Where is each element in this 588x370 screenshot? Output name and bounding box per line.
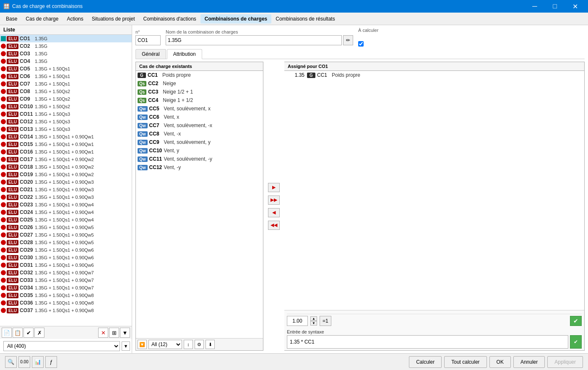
tab-general[interactable]: Général xyxy=(135,49,166,59)
list-item[interactable]: ELUCO141.35G + 1.50Qs1 + 0.90Qw1 xyxy=(0,133,132,141)
cas-sort-button[interactable]: ↕ xyxy=(184,340,193,349)
list-item[interactable]: ELUCO261.35G + 1.50Qs1 + 0.90Qw5 xyxy=(0,224,132,231)
cas-item[interactable]: QwCC11Vent, soulèvement, -y xyxy=(136,155,263,163)
list-item[interactable]: ELUCO11.35G xyxy=(0,35,132,42)
list-dropdown-button[interactable]: ▼ xyxy=(120,328,130,338)
coeff-up[interactable]: ▲ xyxy=(310,316,317,321)
list-filter-dropdown[interactable]: ▼ xyxy=(122,341,130,351)
list-item[interactable]: ELUCO131.35G + 1.50Qs3 xyxy=(0,125,132,133)
minimize-button[interactable]: ─ xyxy=(525,0,544,13)
list-item[interactable]: ELUCO341.35G + 1.50Qs1 + 0.90Qw7 xyxy=(0,284,132,292)
list-item[interactable]: ELUCO151.35G + 1.50Qs1 + 0.90Qw1 xyxy=(0,141,132,148)
status-table-button[interactable]: 📊 xyxy=(32,356,44,368)
list-item[interactable]: ELUCO51.35G + 1.50Qs1 xyxy=(0,65,132,73)
syntax-input[interactable] xyxy=(287,335,568,349)
cas-down-button[interactable]: ⬇ xyxy=(206,340,215,349)
cas-item[interactable]: QsCC3Neige 1/2 + 1 xyxy=(136,88,263,96)
tout-calculer-button[interactable]: Tout calculer xyxy=(444,356,487,368)
list-item[interactable]: ELUCO291.35G + 1.50Qs1 + 0.90Qw6 xyxy=(0,246,132,254)
list-item[interactable]: ELUCO111.35G + 1.50Qs3 xyxy=(0,110,132,118)
list-item[interactable]: ELUCO231.35G + 1.50Qs1 + 0.90Qw4 xyxy=(0,201,132,208)
list-item[interactable]: ELUCO251.35G + 1.50Qs1 + 0.90Qw4 xyxy=(0,216,132,224)
list-item[interactable]: ELUCO221.35G + 1.50Qs1 + 0.90Qw3 xyxy=(0,193,132,201)
cas-item[interactable]: QsCC2Neige xyxy=(136,79,263,88)
list-view-button[interactable]: ⊞ xyxy=(109,328,119,338)
name-edit-button[interactable]: ✏ xyxy=(343,35,353,45)
list-item[interactable]: ELUCO91.35G + 1.50Qs2 xyxy=(0,95,132,103)
list-item[interactable]: ELUCO301.35G + 1.50Qs1 + 0.90Qw6 xyxy=(0,254,132,261)
status-value-button[interactable]: 0.00 xyxy=(18,356,30,368)
add-one-button[interactable]: ▶ xyxy=(268,183,280,192)
calculer-button[interactable]: Calculer xyxy=(409,356,442,368)
name-input[interactable] xyxy=(166,35,342,45)
list-item[interactable]: ELUCO331.35G + 1.50Qs1 + 0.90Qw7 xyxy=(0,276,132,284)
list-item[interactable]: ELUCO361.35G + 1.50Qs1 + 0.90Qw8 xyxy=(0,299,132,307)
add-all-button[interactable]: ▶▶ xyxy=(268,195,280,205)
list-item[interactable]: ELUCO211.35G + 1.50Qs1 + 0.90Qw3 xyxy=(0,186,132,193)
list-item[interactable]: ELUCO121.35G + 1.50Qs3 xyxy=(0,118,132,125)
list-check-button[interactable]: ✔ xyxy=(23,328,34,338)
remove-all-button[interactable]: ◀◀ xyxy=(268,221,280,230)
cas-item[interactable]: QwCC8Vent, -x xyxy=(136,130,263,138)
list-item[interactable]: ELUCO41.35G xyxy=(0,57,132,65)
list-item[interactable]: ELUCO281.35G + 1.50Qs1 + 0.90Qw5 xyxy=(0,239,132,246)
list-item[interactable]: ELUCO371.35G + 1.50Qs1 + 0.90Qw8 xyxy=(0,307,132,314)
ok-button[interactable]: OK xyxy=(489,356,511,368)
cas-filter-select[interactable]: All (12) xyxy=(148,340,182,349)
list-item[interactable]: ELUCO181.35G + 1.50Qs1 + 0.90Qw2 xyxy=(0,163,132,171)
menu-combinaisons-resultats[interactable]: Combinaisons de résultats xyxy=(271,14,339,23)
cas-item[interactable]: QwCC7Vent, soulèvement, -x xyxy=(136,121,263,130)
remove-one-button[interactable]: ◀ xyxy=(268,208,280,217)
equals-button[interactable]: =1 xyxy=(320,316,331,326)
list-item[interactable]: ELUCO351.35G + 1.50Qs1 + 0.90Qw8 xyxy=(0,292,132,299)
list-item[interactable]: ELUCO321.35G + 1.50Qs1 + 0.90Qw7 xyxy=(0,269,132,276)
cas-settings-button[interactable]: ⚙ xyxy=(195,340,204,349)
menu-base[interactable]: Base xyxy=(2,14,21,23)
status-function-button[interactable]: ƒ xyxy=(45,356,57,368)
maximize-button[interactable]: □ xyxy=(545,0,565,13)
list-item[interactable]: ELUCO241.35G + 1.50Qs1 + 0.90Qw4 xyxy=(0,208,132,216)
assign-confirm-button[interactable]: ✔ xyxy=(570,316,582,326)
menu-actions[interactable]: Actions xyxy=(62,14,87,23)
cas-item[interactable]: GCC1Poids propre xyxy=(136,71,263,79)
list-delete-button[interactable]: ✕ xyxy=(98,328,108,338)
annuler-button[interactable]: Annuler xyxy=(513,356,545,368)
list-item[interactable]: ELUCO71.35G + 1.50Qs1 xyxy=(0,80,132,88)
list-item[interactable]: ELUCO191.35G + 1.50Qs1 + 0.90Qw2 xyxy=(0,171,132,178)
cas-item[interactable]: QwCC6Vent, x xyxy=(136,113,263,121)
cas-item[interactable]: QwCC10Vent, y xyxy=(136,146,263,155)
coeff-down[interactable]: ▼ xyxy=(310,321,317,326)
list-item[interactable]: ELUCO201.35G + 1.50Qs1 + 0.90Qw3 xyxy=(0,178,132,186)
n-input[interactable] xyxy=(135,35,161,45)
menu-combinaisons-charges[interactable]: Combinaisons de charges xyxy=(200,14,271,23)
list-item[interactable]: ELUCO31.35G xyxy=(0,50,132,57)
list-item[interactable]: ELUCO271.35G + 1.50Qs1 + 0.90Qw5 xyxy=(0,231,132,239)
list-item[interactable]: ELUCO21.35G xyxy=(0,42,132,50)
list-item[interactable]: ELUCO311.35G + 1.50Qs1 + 0.90Qw6 xyxy=(0,261,132,269)
cas-item[interactable]: QwCC12Vent, -y xyxy=(136,163,263,172)
cas-filter-button[interactable]: 🔽 xyxy=(138,340,147,349)
cas-item[interactable]: QwCC9Vent, soulèvement, y xyxy=(136,138,263,146)
list-item[interactable]: ELUCO61.35G + 1.50Qs1 xyxy=(0,73,132,80)
tab-attribution[interactable]: Attribution xyxy=(167,49,202,59)
list-item[interactable]: ELUCO101.35G + 1.50Qs2 xyxy=(0,103,132,110)
cas-item[interactable]: QwCC5Vent, soulèvement, x xyxy=(136,104,263,113)
assigned-item[interactable]: 1.35GCC1Poids propre xyxy=(284,71,584,79)
status-search-button[interactable]: 🔍 xyxy=(5,356,17,368)
list-item[interactable]: ELUCO161.35G + 1.50Qs1 + 0.90Qw1 xyxy=(0,148,132,156)
menu-situations[interactable]: Situations de projet xyxy=(88,14,139,23)
close-button[interactable]: ✕ xyxy=(565,0,585,13)
assigned-list[interactable]: 1.35GCC1Poids propre xyxy=(284,71,584,310)
appliquer-button[interactable]: Appliquer xyxy=(547,356,583,368)
list-uncheck-button[interactable]: ✗ xyxy=(34,328,44,338)
list-item[interactable]: ELUCO81.35G + 1.50Qs2 xyxy=(0,88,132,95)
list-copy-button[interactable]: 📋 xyxy=(13,328,23,338)
list-add-button[interactable]: 📄 xyxy=(2,328,12,338)
menu-combinaisons-actions[interactable]: Combinaisons d'actions xyxy=(139,14,200,23)
list-filter-select[interactable]: All (400) xyxy=(3,341,120,351)
list-container[interactable]: ELUCO11.35GELUCO21.35GELUCO31.35GELUCO41… xyxy=(0,35,132,326)
cas-list[interactable]: GCC1Poids propreQsCC2NeigeQsCC3Neige 1/2… xyxy=(136,71,263,338)
list-item[interactable]: ELUCO171.35G + 1.50Qs1 + 0.90Qw2 xyxy=(0,156,132,163)
syntax-confirm-button[interactable]: ✔ xyxy=(570,335,582,349)
menu-cas-de-charge[interactable]: Cas de charge xyxy=(21,14,62,23)
